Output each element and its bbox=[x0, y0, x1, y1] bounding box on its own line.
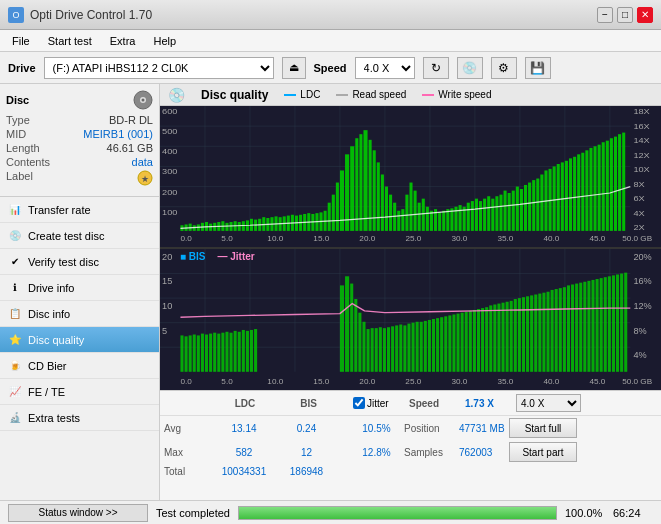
title-bar: O Opti Drive Control 1.70 − □ ✕ bbox=[0, 0, 661, 30]
menu-file[interactable]: File bbox=[4, 33, 38, 49]
svg-text:10.0: 10.0 bbox=[267, 377, 283, 385]
svg-rect-119 bbox=[524, 185, 527, 231]
nav-extra-tests[interactable]: 🔬 Extra tests bbox=[0, 405, 159, 431]
disc-length-label: Length bbox=[6, 142, 40, 154]
svg-rect-131 bbox=[573, 157, 576, 231]
refresh-button[interactable]: ↻ bbox=[423, 57, 449, 79]
nav-disc-info[interactable]: 📋 Disc info bbox=[0, 301, 159, 327]
svg-rect-241 bbox=[518, 298, 521, 372]
disc-type-value: BD-R DL bbox=[109, 114, 153, 126]
disc-quality-header-icon: 💿 bbox=[168, 87, 185, 103]
write-speed-legend-label: Write speed bbox=[438, 89, 491, 100]
chart1-panel: 600 500 400 300 200 100 18X 16X 14X 12X … bbox=[160, 106, 661, 249]
stats-ldc-header: LDC bbox=[210, 398, 280, 409]
svg-rect-82 bbox=[373, 150, 376, 231]
svg-text:★: ★ bbox=[141, 174, 149, 184]
svg-text:35.0: 35.0 bbox=[497, 235, 513, 243]
nav-disc-quality[interactable]: ⭐ Disc quality bbox=[0, 327, 159, 353]
svg-text:2X: 2X bbox=[633, 224, 645, 232]
max-label: Max bbox=[164, 447, 209, 458]
svg-rect-88 bbox=[397, 211, 400, 231]
disc-quality-icon: ⭐ bbox=[8, 333, 22, 347]
svg-rect-89 bbox=[401, 209, 404, 231]
menu-extra[interactable]: Extra bbox=[102, 33, 144, 49]
cd-bier-icon: 🍺 bbox=[8, 359, 22, 373]
status-window-button[interactable]: Status window >> bbox=[8, 504, 148, 522]
svg-rect-216 bbox=[416, 322, 419, 372]
menu-start-test[interactable]: Start test bbox=[40, 33, 100, 49]
svg-rect-79 bbox=[359, 134, 362, 231]
drive-select[interactable]: (F:) ATAPI iHBS112 2 CL0K bbox=[44, 57, 274, 79]
svg-rect-245 bbox=[534, 294, 537, 371]
disc-contents-value: data bbox=[132, 156, 153, 168]
progress-bar-container bbox=[238, 506, 557, 520]
svg-text:16%: 16% bbox=[633, 277, 652, 286]
svg-rect-222 bbox=[440, 317, 443, 372]
stats-bis-header: BIS bbox=[281, 398, 336, 409]
svg-text:16X: 16X bbox=[633, 122, 650, 130]
svg-rect-209 bbox=[387, 327, 390, 372]
speed-select[interactable]: 4.0 X bbox=[355, 57, 415, 79]
svg-rect-210 bbox=[391, 326, 394, 371]
svg-rect-196 bbox=[250, 330, 253, 372]
svg-text:10: 10 bbox=[162, 302, 172, 311]
svg-rect-187 bbox=[213, 333, 216, 372]
svg-rect-207 bbox=[379, 327, 382, 372]
settings-button[interactable]: ⚙ bbox=[491, 57, 517, 79]
jitter-checkbox[interactable] bbox=[353, 397, 365, 409]
disc-svg-icon bbox=[133, 90, 153, 110]
menu-help[interactable]: Help bbox=[145, 33, 184, 49]
max-jitter: 12.8% bbox=[349, 447, 404, 458]
svg-text:20%: 20% bbox=[633, 252, 652, 261]
svg-rect-217 bbox=[420, 322, 423, 372]
start-part-button[interactable]: Start part bbox=[509, 442, 577, 462]
minimize-button[interactable]: − bbox=[597, 7, 613, 23]
svg-rect-244 bbox=[530, 295, 533, 371]
jitter-checkbox-group[interactable]: Jitter bbox=[353, 397, 408, 409]
svg-rect-237 bbox=[501, 303, 504, 372]
svg-rect-107 bbox=[475, 199, 478, 231]
svg-text:5.0: 5.0 bbox=[221, 377, 232, 385]
svg-text:30.0: 30.0 bbox=[451, 377, 467, 385]
disc-type-row: Type BD-R DL bbox=[6, 114, 153, 126]
eject-button[interactable]: ⏏ bbox=[282, 57, 306, 79]
nav-drive-info[interactable]: ℹ Drive info bbox=[0, 275, 159, 301]
svg-rect-266 bbox=[620, 274, 623, 372]
svg-rect-126 bbox=[553, 166, 556, 230]
samples-value: 762003 bbox=[459, 447, 509, 458]
maximize-button[interactable]: □ bbox=[617, 7, 633, 23]
svg-rect-179 bbox=[180, 335, 183, 371]
svg-rect-229 bbox=[469, 311, 472, 372]
save-button[interactable]: 💾 bbox=[525, 57, 551, 79]
start-full-button[interactable]: Start full bbox=[509, 418, 577, 438]
nav-disc-info-label: Disc info bbox=[28, 308, 70, 320]
chart1-svg: 600 500 400 300 200 100 18X 16X 14X 12X … bbox=[160, 106, 661, 247]
nav-verify-test-disc[interactable]: ✔ Verify test disc bbox=[0, 249, 159, 275]
svg-rect-116 bbox=[512, 191, 515, 231]
disc-label-label: Label bbox=[6, 170, 33, 188]
close-button[interactable]: ✕ bbox=[637, 7, 653, 23]
avg-jitter: 10.5% bbox=[349, 423, 404, 434]
nav-transfer-rate[interactable]: 📊 Transfer rate bbox=[0, 197, 159, 223]
svg-text:5: 5 bbox=[162, 326, 167, 335]
svg-rect-203 bbox=[362, 322, 365, 372]
nav-cd-bier[interactable]: 🍺 CD Bier bbox=[0, 353, 159, 379]
svg-rect-194 bbox=[242, 330, 245, 372]
svg-text:500: 500 bbox=[162, 128, 178, 136]
progress-bar-fill bbox=[239, 507, 556, 519]
svg-rect-206 bbox=[375, 328, 378, 372]
svg-rect-143 bbox=[622, 133, 625, 231]
svg-text:15.0: 15.0 bbox=[313, 377, 329, 385]
svg-rect-95 bbox=[426, 207, 429, 231]
speed-dropdown[interactable]: 4.0 X bbox=[516, 394, 581, 412]
svg-rect-98 bbox=[438, 212, 441, 231]
disc-icon-button[interactable]: 💿 bbox=[457, 57, 483, 79]
nav-drive-info-label: Drive info bbox=[28, 282, 74, 294]
svg-rect-238 bbox=[506, 302, 509, 372]
chart2-svg: 20 15 10 5 20% 16% 12% 8% 4% bbox=[160, 249, 661, 390]
nav-fe-te[interactable]: 📈 FE / TE bbox=[0, 379, 159, 405]
svg-text:50.0 GB: 50.0 GB bbox=[622, 235, 652, 243]
svg-rect-263 bbox=[608, 276, 611, 372]
svg-rect-113 bbox=[499, 195, 502, 231]
nav-create-test-disc[interactable]: 💿 Create test disc bbox=[0, 223, 159, 249]
